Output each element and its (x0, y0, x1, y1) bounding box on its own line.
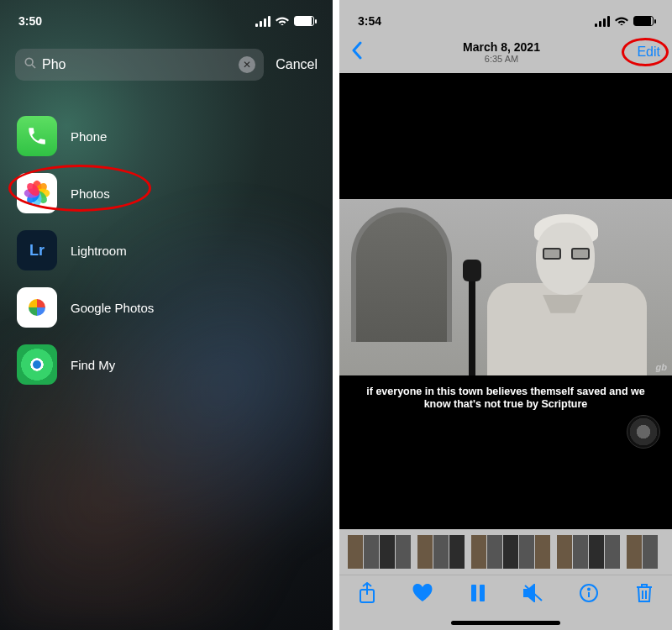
watermark: gb (656, 362, 667, 372)
svg-line-1 (32, 65, 35, 68)
share-button[interactable] (353, 582, 381, 609)
info-button[interactable] (575, 583, 603, 608)
thumb-group[interactable] (557, 535, 620, 569)
status-time: 3:54 (358, 14, 381, 28)
svg-point-7 (588, 588, 590, 590)
search-box[interactable]: ✕ (15, 49, 264, 81)
video-caption: if everyone in this town believes themse… (339, 386, 672, 412)
spotlight-screen: 3:50 ✕ Cancel Phone (0, 0, 333, 630)
thumb-group[interactable] (471, 535, 550, 569)
scrubber-thumbnails[interactable] (339, 529, 672, 575)
lightroom-app-icon: Lr (17, 230, 57, 270)
result-photos[interactable]: Photos (10, 165, 323, 222)
result-lightroom[interactable]: Lr Lightroom (10, 222, 323, 279)
battery-icon (294, 16, 314, 26)
search-results: Phone Photos Lr Lightroom (0, 87, 333, 413)
google-photos-app-icon (17, 287, 57, 328)
thumb-group[interactable] (348, 535, 411, 569)
findmy-app-icon (17, 344, 57, 385)
mute-button[interactable] (519, 584, 548, 607)
cancel-button[interactable]: Cancel (276, 57, 318, 72)
thumb-group[interactable] (627, 535, 658, 569)
svg-rect-3 (471, 585, 476, 601)
thumb-group[interactable] (417, 535, 465, 569)
status-icons (595, 14, 654, 28)
status-bar: 3:50 (0, 0, 333, 34)
wifi-icon (276, 14, 289, 28)
result-find-my[interactable]: Find My (10, 336, 323, 393)
result-label: Lightroom (71, 244, 127, 258)
photos-video-screen: 3:54 March 8, 2021 6:35 AM Edit (339, 0, 672, 630)
assistive-touch-icon[interactable] (627, 415, 660, 449)
cellular-icon (595, 16, 610, 27)
video-player[interactable]: gb if everyone in this town believes the… (339, 73, 672, 529)
favorite-button[interactable] (408, 583, 437, 608)
nav-date: March 8, 2021 (463, 40, 540, 54)
result-phone[interactable]: Phone (10, 108, 323, 165)
clear-icon[interactable]: ✕ (239, 56, 255, 73)
pause-button[interactable] (464, 584, 492, 607)
cellular-icon (255, 16, 270, 27)
wifi-icon (615, 14, 628, 28)
video-frame: gb (339, 199, 672, 375)
result-google-photos[interactable]: Google Photos (10, 279, 323, 336)
result-label: Phone (71, 129, 107, 144)
status-bar: 3:54 (339, 0, 672, 34)
status-time: 3:50 (18, 14, 42, 28)
svg-point-0 (25, 58, 33, 66)
svg-rect-4 (480, 585, 485, 601)
trash-button[interactable] (630, 583, 659, 608)
result-label: Find My (71, 358, 115, 372)
toolbar (339, 575, 672, 615)
result-label: Google Photos (71, 301, 154, 315)
photos-app-icon (17, 173, 57, 213)
back-button[interactable] (351, 41, 376, 63)
search-row: ✕ Cancel (0, 34, 333, 87)
result-label: Photos (71, 186, 110, 201)
status-icons (255, 14, 314, 28)
battery-icon (633, 16, 654, 26)
nav-time: 6:35 AM (463, 54, 540, 65)
search-icon (24, 56, 37, 73)
search-input[interactable] (42, 57, 239, 72)
nav-bar: March 8, 2021 6:35 AM Edit (339, 34, 672, 73)
phone-app-icon (17, 116, 57, 156)
edit-button[interactable]: Edit (627, 45, 660, 60)
nav-title: March 8, 2021 6:35 AM (463, 40, 540, 65)
home-indicator[interactable] (339, 615, 672, 630)
